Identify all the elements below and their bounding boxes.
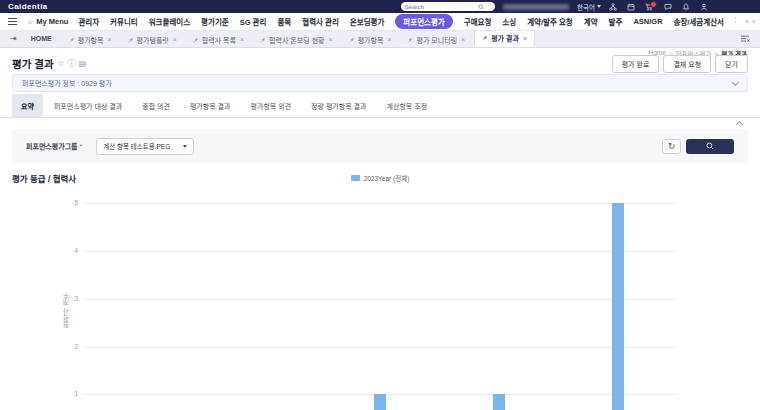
language-selector[interactable]: 한국어 [577, 2, 601, 12]
close-button[interactable]: 닫기 [715, 55, 748, 73]
subtab[interactable]: 정량 평가항목 결과 [302, 94, 375, 117]
cart-icon[interactable] [645, 3, 654, 11]
subtab-active[interactable]: 요약 [12, 94, 43, 117]
favorite-star-icon[interactable]: ☆ [58, 60, 65, 68]
tab[interactable]: 평가항목× [62, 32, 119, 47]
pin-icon [407, 37, 413, 43]
complete-evaluation-button[interactable]: 평가 완료 [612, 55, 660, 73]
select-value: 계산 항목 테스트용.PEG [103, 141, 170, 151]
tab-active[interactable]: 평가 결과× [474, 29, 535, 47]
evaluation-info-bar[interactable]: 퍼포먼스평가 정보 : 0929 평가 [12, 74, 748, 92]
section-subtabs: 요약퍼포먼스평가 대상 결과종합 의견평가항목 결과평가항목 의견정량 평가항목… [0, 94, 760, 118]
collapse-tabs-icon[interactable]: ⇥ [10, 34, 17, 43]
cart-badge [650, 1, 657, 8]
menu-item[interactable]: 결재 [735, 16, 736, 27]
menu-item[interactable]: 커뮤니티 [110, 16, 138, 27]
subtab[interactable]: 평가항목 결과 [181, 94, 240, 117]
menu-item[interactable]: 송장/세금계산서 [674, 16, 724, 27]
menu-prev-icon[interactable]: ‹ [746, 17, 749, 26]
tab-close-icon[interactable]: × [461, 36, 465, 43]
menu-item[interactable]: 협력사 관리 [302, 16, 339, 27]
chart-gridline [83, 203, 677, 204]
header-action-buttons: 평가 완료결재 요청닫기 [612, 55, 748, 73]
tab[interactable]: 협력사 목록× [186, 32, 251, 47]
menu-item[interactable]: 구매요청 [464, 16, 492, 27]
memo-icon[interactable]: ▤ [79, 60, 87, 68]
menu-item[interactable]: 워크플레이스 [149, 16, 190, 27]
hamburger-menu-icon[interactable] [8, 18, 17, 25]
menu-scroll-nav: ‹ › [743, 13, 755, 30]
tab-label: 평가템플릿 [137, 35, 169, 45]
main-menubar: ☆ My Menu 관리자커뮤니티워크플레이스평가기준SG 관리품목협력사 관리… [0, 13, 760, 31]
chart-legend[interactable]: 2023Year (전체) [83, 173, 677, 183]
subtab[interactable]: 종합 의견 [133, 94, 179, 117]
topbar-icons [609, 3, 708, 11]
chevron-down-icon[interactable] [732, 78, 739, 85]
y-axis-tick-label: 1 [56, 390, 78, 397]
required-asterisk: * [80, 143, 83, 150]
app-logo: Caidentia [8, 2, 48, 11]
evaluation-group-select[interactable]: 계산 항목 테스트용.PEG [96, 138, 194, 155]
tab-label: 협력사 온보딩 현황 [269, 35, 324, 45]
pin-icon [349, 37, 355, 43]
star-icon: ☆ [27, 18, 33, 26]
tab-close-icon[interactable]: × [107, 36, 111, 43]
pin-icon [260, 37, 266, 43]
page-title-icons: ☆ⓘ▤ [58, 60, 87, 68]
tab-close-icon[interactable]: × [240, 36, 244, 43]
chat-icon[interactable] [664, 3, 672, 11]
tab-label: 평가 모니터링 [416, 35, 457, 45]
tab[interactable]: 평가항목× [342, 32, 399, 47]
close-all-tabs-icon[interactable] [740, 35, 754, 43]
menubar-items: 관리자커뮤니티워크플레이스평가기준SG 관리품목협력사 관리온보딩평가퍼포먼스평… [78, 14, 736, 29]
menu-item[interactable]: 품목 [277, 16, 291, 27]
menu-item[interactable]: 계약/발주 요청 [527, 16, 573, 27]
menu-item[interactable]: 온보딩평가 [350, 16, 385, 27]
menu-next-icon[interactable]: › [752, 17, 755, 26]
tab-close-icon[interactable]: × [173, 36, 177, 43]
tab[interactable]: 평가템플릿× [121, 32, 184, 47]
menu-item[interactable]: 평가기준 [201, 16, 229, 27]
tab[interactable]: 평가 모니터링× [400, 32, 472, 47]
my-menu[interactable]: ☆ My Menu [27, 17, 68, 26]
menu-item[interactable]: 관리자 [78, 16, 99, 27]
global-search-input[interactable] [405, 3, 475, 11]
menu-item-active[interactable]: 퍼포먼스평가 [395, 14, 452, 29]
subtab[interactable]: 평가항목 의견 [242, 94, 301, 117]
tab-close-icon[interactable]: × [329, 36, 333, 43]
menu-item[interactable]: 소싱 [502, 16, 516, 27]
chart-gridline [83, 299, 677, 300]
tab-close-icon[interactable]: × [523, 35, 527, 42]
menu-item[interactable]: ASN/GR [633, 17, 662, 26]
collapse-filter-chevron-icon[interactable] [736, 121, 743, 128]
tab[interactable]: 협력사 온보딩 현황× [253, 32, 340, 47]
y-axis-tick-label: 5 [56, 199, 78, 206]
user-icon[interactable] [700, 3, 708, 11]
bell-icon[interactable] [682, 3, 690, 11]
menu-item[interactable]: 계약 [584, 16, 598, 27]
legend-label: 2023Year (전체) [364, 173, 410, 183]
global-search[interactable] [401, 2, 495, 11]
chart-bar[interactable] [493, 394, 505, 410]
chart-gridline [83, 347, 677, 348]
redacted-user-info [503, 4, 569, 10]
tab-close-icon[interactable]: × [387, 36, 391, 43]
filter-actions: ↻ [662, 139, 734, 154]
topbar: Caidentia 한국어 [0, 0, 760, 13]
menu-item[interactable]: 발주 [609, 16, 623, 27]
chart-gridline [83, 251, 677, 252]
tabs-container: 평가항목×평가템플릿×협력사 목록×협력사 온보딩 현황×평가항목×평가 모니터… [62, 29, 535, 47]
search-button[interactable] [686, 139, 734, 154]
subtab[interactable]: 퍼포먼스평가 대상 결과 [45, 94, 131, 117]
chart-bar[interactable] [612, 203, 624, 410]
request-approval-button[interactable]: 결재 요청 [663, 55, 711, 73]
page-header: 평가 결과 ☆ⓘ▤ [12, 56, 86, 71]
info-icon[interactable]: ⓘ [68, 60, 76, 68]
calendar-icon[interactable] [627, 3, 635, 11]
subtab[interactable]: 계산항목 조정 [378, 94, 437, 117]
tab-home[interactable]: HOME [23, 35, 60, 42]
chart-bar[interactable] [374, 394, 386, 410]
sitemap-icon[interactable] [609, 3, 617, 11]
menu-item[interactable]: SG 관리 [240, 16, 267, 27]
refresh-button[interactable]: ↻ [662, 139, 681, 154]
